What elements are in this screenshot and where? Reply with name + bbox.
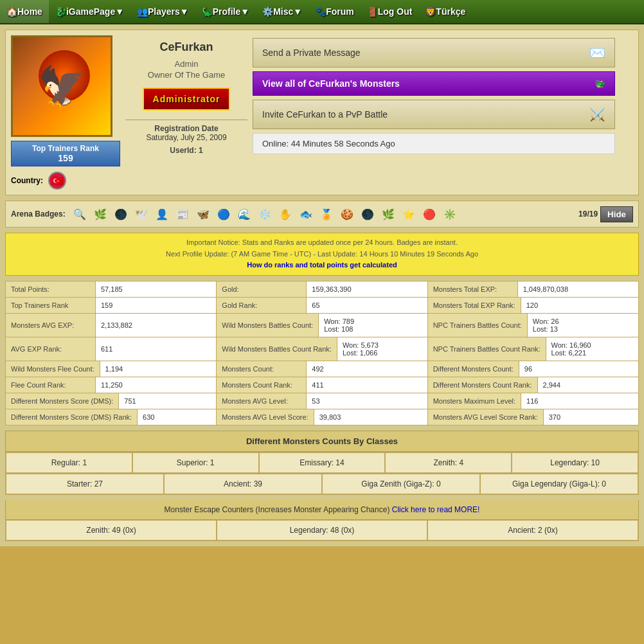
forum-icon: 🐾 (315, 6, 326, 17)
badge-7[interactable]: 🦋 (194, 205, 212, 223)
stats-row-5: Wild Monsters Flee Count: 1,194 Monsters… (6, 361, 638, 377)
nav-home[interactable]: 🏠 Home (0, 0, 49, 23)
escape-legendary: Legendary: 48 (0x) (217, 520, 427, 541)
avg-exp-val: 2,133,882 (96, 314, 216, 337)
action-section: Send a Private Message ✉️ View all of Ce… (253, 35, 615, 190)
badge-16[interactable]: 🌿 (379, 205, 397, 223)
badge-10[interactable]: ❄️ (256, 205, 274, 223)
avg-level-score-label: Monsters AVG Level Score: (217, 409, 314, 425)
avg-level-label: Monsters AVG Level: (217, 393, 307, 409)
badge-11[interactable]: ✋ (276, 205, 294, 223)
avatar-section: Top Trainers Rank 159 Country: 🇹🇷 (11, 35, 120, 190)
badge-9[interactable]: 🌊 (235, 205, 253, 223)
online-status: Online: 44 Minutes 58 Seconds Ago (253, 133, 615, 154)
giga-zenith-count: Giga Zenith (Giga-Z): 0 (322, 474, 480, 494)
misc-arrow: ▼ (293, 6, 302, 17)
view-monsters-button[interactable]: View all of CeFurkan's Monsters 🐲 (253, 71, 615, 96)
igamepage-arrow: ▼ (115, 6, 124, 17)
badge-8[interactable]: 🔵 (215, 205, 233, 223)
wild-battles-val: Won: 789Lost: 108 (319, 314, 427, 337)
flee-count-label: Wild Monsters Flee Count: (6, 361, 100, 377)
notice-bar: Important Notice: Stats and Ranks are up… (5, 233, 639, 276)
misc-icon: ⚙️ (262, 6, 273, 17)
nav-players[interactable]: 👥 Players ▼ (130, 0, 195, 23)
nav-logout[interactable]: 🚪 Log Out (361, 0, 419, 23)
cell-diff-monsters-rank: Different Monsters Count Rank: 2,944 (428, 377, 638, 393)
cell-monsters-count-rank: Monsters Count Rank: 411 (217, 377, 427, 393)
monster-icon: 🐲 (595, 78, 605, 89)
hide-button[interactable]: Hide (600, 206, 633, 222)
avg-exp-rank-val: 611 (96, 337, 216, 361)
send-pm-button[interactable]: Send a Private Message ✉️ (253, 38, 615, 67)
monsters-total-exp-rank-val: 120 (521, 298, 638, 313)
cell-npc-battles: NPC Trainers Battles Count: Won: 26Lost:… (428, 314, 638, 337)
badge-2[interactable]: 🌿 (91, 205, 109, 223)
cell-total-points: Total Points: 57,185 (6, 282, 217, 297)
superior-count: Superior: 1 (132, 452, 259, 473)
badge-1[interactable]: 🔍 (71, 205, 89, 223)
userid: UserId: 1 (125, 146, 247, 155)
badge-12[interactable]: 🐟 (297, 205, 315, 223)
nav-forum[interactable]: 🐾 Forum (309, 0, 361, 23)
notice-link[interactable]: How do ranks and total points get calcul… (247, 261, 397, 269)
total-points-label: Total Points: (6, 282, 96, 297)
nav-igamepage[interactable]: 🐉 iGamePage ▼ (49, 0, 130, 23)
badge-15[interactable]: 🌑 (359, 205, 377, 223)
badge-6[interactable]: 📰 (174, 205, 192, 223)
monsters-count-val: 492 (307, 361, 427, 377)
cell-avg-exp: Monsters AVG EXP: 2,133,882 (6, 314, 217, 337)
max-level-val: 116 (521, 393, 638, 409)
flag-icon: 🇹🇷 (48, 172, 66, 190)
zenith-count: Zenith: 4 (385, 452, 512, 473)
dms-val: 751 (119, 393, 216, 409)
badge-4[interactable]: 🕊️ (132, 205, 150, 223)
badge-18[interactable]: 🔴 (420, 205, 438, 223)
monster-counts-row1: Regular: 1 Superior: 1 Emissary: 14 Zeni… (5, 452, 639, 474)
badge-5[interactable]: 👤 (153, 205, 171, 223)
profile-icon: 🦕 (202, 6, 213, 17)
arena-badges-label: Arena Badges: (11, 210, 66, 219)
wild-battles-rank-val: Won: 5,673Lost: 1,066 (337, 337, 427, 361)
max-level-label: Monsters Maximum Level: (428, 393, 521, 409)
cell-wild-battles: Wild Monsters Battles Count: Won: 789Los… (217, 314, 427, 337)
emissary-count: Emissary: 14 (259, 452, 386, 473)
main-content: Top Trainers Rank 159 Country: 🇹🇷 CeFurk… (0, 24, 644, 546)
cell-avg-exp-rank: AVG EXP Rank: 611 (6, 337, 217, 361)
gold-rank-label: Gold Rank: (217, 298, 307, 313)
badge-14[interactable]: 🍪 (338, 205, 356, 223)
total-points-val: 57,185 (96, 282, 216, 297)
nav-misc[interactable]: ⚙️ Misc ▼ (256, 0, 309, 23)
badge-3[interactable]: 🌑 (112, 205, 130, 223)
cell-monsters-total-exp-rank: Monsters Total EXP Rank: 120 (428, 298, 638, 313)
badge-count: 19/19 (578, 210, 598, 219)
badge-17[interactable]: ⭐ (400, 205, 418, 223)
cell-npc-battles-rank: NPC Trainers Battles Count Rank: Won: 16… (428, 337, 638, 361)
stats-row-3: Monsters AVG EXP: 2,133,882 Wild Monster… (6, 314, 638, 337)
flee-rank-val: 11,250 (96, 377, 216, 393)
avatar (11, 35, 112, 137)
badge-19[interactable]: ✳️ (441, 205, 459, 223)
cell-avg-level-score-rank: Monsters AVG Level Score Rank: 370 (428, 409, 638, 425)
players-arrow: ▼ (180, 6, 189, 17)
admin-badge[interactable]: Administrator (143, 87, 231, 111)
monsters-total-exp-label: Monsters Total EXP: (428, 282, 518, 297)
stats-row-8: Different Monsters Score (DMS) Rank: 630… (6, 409, 638, 425)
diff-monsters-rank-label: Different Monsters Count Rank: (428, 377, 538, 393)
avg-exp-rank-label: AVG EXP Rank: (6, 337, 96, 361)
nav-language[interactable]: 🦁 Türkçe (418, 0, 472, 23)
nav-profile[interactable]: 🦕 Profile ▼ (195, 0, 256, 23)
reg-date-value: Saturday, July 25, 2009 (125, 133, 247, 142)
escape-link[interactable]: Click here to read MORE! (392, 505, 480, 514)
cell-wild-battles-rank: Wild Monsters Battles Count Rank: Won: 5… (217, 337, 427, 361)
monsters-count-rank-label: Monsters Count Rank: (217, 377, 307, 393)
top-rank-label: Top Trainers Rank (6, 298, 96, 313)
monsters-total-exp-rank-label: Monsters Total EXP Rank: (428, 298, 521, 313)
starter-count: Starter: 27 (6, 474, 164, 494)
escape-grid: Zenith: 49 (0x) Legendary: 48 (0x) Ancie… (5, 520, 639, 541)
logout-icon: 🚪 (367, 6, 378, 17)
avg-level-val: 53 (307, 393, 427, 409)
badge-13[interactable]: 🏅 (318, 205, 335, 223)
pvp-button[interactable]: Invite CeFurkan to a PvP Battle ⚔️ (253, 100, 615, 129)
cell-avg-level-score: Monsters AVG Level Score: 39,803 (217, 409, 427, 425)
stats-row-7: Different Monsters Score (DMS): 751 Mons… (6, 393, 638, 409)
